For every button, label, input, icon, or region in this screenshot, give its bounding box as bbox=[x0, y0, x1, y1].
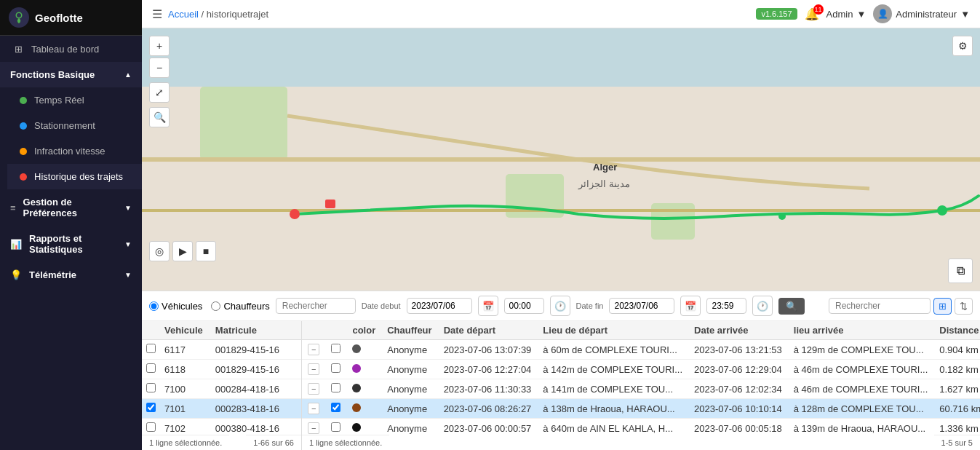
trip-checkbox[interactable] bbox=[331, 403, 340, 412]
sidebar-section-rapports[interactable]: 📊 Rapports et Statistiques ▼ bbox=[0, 226, 142, 262]
vehicle-search-input[interactable] bbox=[276, 298, 356, 314]
row-expand-cell[interactable]: − bbox=[302, 419, 325, 435]
row-checkbox-cell[interactable] bbox=[142, 379, 160, 399]
list-item[interactable]: − Anonyme 2023-07-06 12:27:04 à 142m de … bbox=[302, 360, 980, 379]
section-fonctions-label: Fonctions Basique bbox=[10, 69, 95, 80]
location-button[interactable]: ◎ bbox=[149, 241, 170, 261]
sidebar-section-gestion[interactable]: ≡ Gestion de Préférences ▼ bbox=[0, 189, 142, 226]
time-fin-input[interactable] bbox=[706, 298, 746, 314]
time-debut-input[interactable] bbox=[504, 298, 544, 314]
sidebar-item-infraction[interactable]: Infraction vitesse bbox=[7, 138, 142, 164]
expand-button[interactable]: − bbox=[308, 422, 319, 434]
table-row[interactable]: 7100 000284-418-16 bbox=[142, 379, 301, 399]
trips-table-scroll[interactable]: color Chauffeur Date départ Lieu de dépa… bbox=[302, 321, 980, 435]
play-button[interactable]: ▶ bbox=[172, 241, 193, 261]
menu-toggle-button[interactable]: ☰ bbox=[152, 7, 162, 21]
row-expand-cell[interactable]: − bbox=[302, 379, 325, 399]
breadcrumb-home[interactable]: Accueil bbox=[168, 9, 199, 20]
vehicle-table-scroll[interactable]: Vehicule Matricule 6117 001829-415-16 61… bbox=[142, 321, 301, 435]
row-cb-cell[interactable] bbox=[325, 419, 346, 435]
list-item[interactable]: − Anonyme 2023-07-06 11:30:33 à 141m de … bbox=[302, 379, 980, 399]
row-scroll-spacer bbox=[290, 340, 301, 360]
row-matricule: 000283-418-16 bbox=[211, 399, 290, 419]
collapse-panel-button[interactable]: ⇅ bbox=[955, 298, 973, 315]
row-cb-cell[interactable] bbox=[325, 360, 346, 379]
historique-dot bbox=[20, 173, 27, 181]
date-fin-calendar-icon[interactable]: 📅 bbox=[680, 296, 701, 316]
trips-status-selected: 1 ligne sélectionnée. bbox=[302, 435, 389, 450]
row-vehicule: 6117 bbox=[160, 340, 211, 360]
sidebar-item-dashboard[interactable]: ⊞ Tableau de bord bbox=[0, 36, 142, 62]
search-map-button[interactable]: 🔍 bbox=[149, 107, 170, 127]
breadcrumb: Accueil / historiquetrajet bbox=[168, 9, 268, 20]
row-date-depart: 2023-07-06 00:00:57 bbox=[438, 419, 538, 435]
zoom-in-button[interactable]: + bbox=[149, 36, 170, 56]
grid-view-button[interactable]: ⊞ bbox=[933, 298, 952, 315]
trip-checkbox[interactable] bbox=[331, 344, 340, 353]
trip-checkbox[interactable] bbox=[331, 422, 340, 432]
date-debut-calendar-icon[interactable]: 📅 bbox=[478, 296, 498, 316]
search-trips-button[interactable]: 🔍 bbox=[778, 298, 805, 315]
radio-chauffeurs-label[interactable]: Chauffeurs bbox=[211, 301, 269, 312]
date-fin-label: Date fin bbox=[576, 301, 604, 310]
sidebar-item-historique[interactable]: Historique des trajets bbox=[7, 164, 142, 189]
expand-button[interactable]: − bbox=[308, 363, 319, 375]
user-dropdown[interactable]: 👤 Administrateur ▼ bbox=[873, 4, 970, 23]
row-date-arrivee: 2023-07-06 13:21:53 bbox=[688, 340, 788, 360]
fullscreen-button[interactable]: ⤢ bbox=[149, 82, 170, 103]
stop-button[interactable]: ■ bbox=[196, 241, 216, 261]
list-item[interactable]: − Anonyme 2023-07-06 13:07:39 à 60m de C… bbox=[302, 340, 980, 360]
row-scroll-spacer bbox=[290, 360, 301, 379]
row-checkbox-cell[interactable] bbox=[142, 399, 160, 419]
radio-vehicules[interactable] bbox=[149, 301, 159, 311]
expand-button[interactable]: − bbox=[308, 383, 319, 395]
col-cb bbox=[325, 321, 346, 340]
sidebar-item-stationnement[interactable]: Stationnement bbox=[7, 113, 142, 138]
date-debut-input[interactable] bbox=[407, 298, 472, 314]
row-cb-cell[interactable] bbox=[325, 399, 346, 419]
row-cb-cell[interactable] bbox=[325, 379, 346, 399]
map-container[interactable]: Alger مدينة الجزائر + − ⤢ 🔍 ◎ ▶ ■ bbox=[142, 28, 980, 291]
row-cb-cell[interactable] bbox=[325, 340, 346, 360]
svg-rect-3 bbox=[200, 87, 287, 159]
filter-bar: Véhicules Chauffeurs Date debut 📅 🕐 Date… bbox=[142, 291, 980, 321]
trips-search-input[interactable] bbox=[829, 298, 931, 314]
row-checkbox[interactable] bbox=[146, 363, 156, 373]
trip-checkbox[interactable] bbox=[331, 363, 340, 373]
zoom-out-button[interactable]: − bbox=[149, 58, 170, 78]
sidebar-item-historique-label: Historique des trajets bbox=[34, 171, 123, 182]
row-checkbox-cell[interactable] bbox=[142, 360, 160, 379]
trip-checkbox[interactable] bbox=[331, 383, 340, 392]
table-row[interactable]: 7101 000283-418-16 bbox=[142, 399, 301, 419]
row-expand-cell[interactable]: − bbox=[302, 399, 325, 419]
row-checkbox-cell[interactable] bbox=[142, 419, 160, 435]
radio-vehicules-label[interactable]: Véhicules bbox=[149, 301, 202, 312]
map-layers-button[interactable]: ⧉ bbox=[948, 258, 973, 283]
row-lieu-depart: à 60m de COMPLEXE TOURI... bbox=[537, 340, 688, 360]
row-checkbox[interactable] bbox=[146, 344, 156, 353]
expand-button[interactable]: − bbox=[308, 403, 319, 414]
expand-button[interactable]: − bbox=[308, 344, 319, 355]
row-date-depart: 2023-07-06 13:07:39 bbox=[438, 340, 538, 360]
list-item[interactable]: − Anonyme 2023-07-06 00:00:57 à 640m de … bbox=[302, 419, 980, 435]
time-fin-clock-icon[interactable]: 🕐 bbox=[752, 296, 773, 316]
notifications-button[interactable]: 🔔 11 bbox=[805, 7, 819, 21]
table-row[interactable]: 7102 000380-418-16 bbox=[142, 419, 301, 435]
list-item[interactable]: − Anonyme 2023-07-06 08:26:27 à 138m de … bbox=[302, 399, 980, 419]
radio-chauffeurs[interactable] bbox=[211, 301, 220, 311]
table-row[interactable]: 6117 001829-415-16 bbox=[142, 340, 301, 360]
map-settings-button[interactable]: ⚙ bbox=[952, 36, 973, 56]
row-checkbox[interactable] bbox=[146, 383, 156, 392]
row-expand-cell[interactable]: − bbox=[302, 340, 325, 360]
row-checkbox[interactable] bbox=[146, 403, 156, 412]
admin-dropdown[interactable]: Admin ▼ bbox=[826, 9, 867, 20]
row-checkbox-cell[interactable] bbox=[142, 340, 160, 360]
sidebar-section-fonctions[interactable]: Fonctions Basique ▲ bbox=[0, 62, 142, 87]
row-expand-cell[interactable]: − bbox=[302, 360, 325, 379]
row-checkbox[interactable] bbox=[146, 422, 156, 432]
sidebar-item-temps-reel[interactable]: Temps Réel bbox=[7, 87, 142, 113]
sidebar-section-telemetrie[interactable]: 💡 Télémétrie ▼ bbox=[0, 262, 142, 288]
date-fin-input[interactable] bbox=[609, 298, 674, 314]
time-debut-clock-icon[interactable]: 🕐 bbox=[550, 296, 570, 316]
table-row[interactable]: 6118 001829-415-16 bbox=[142, 360, 301, 379]
